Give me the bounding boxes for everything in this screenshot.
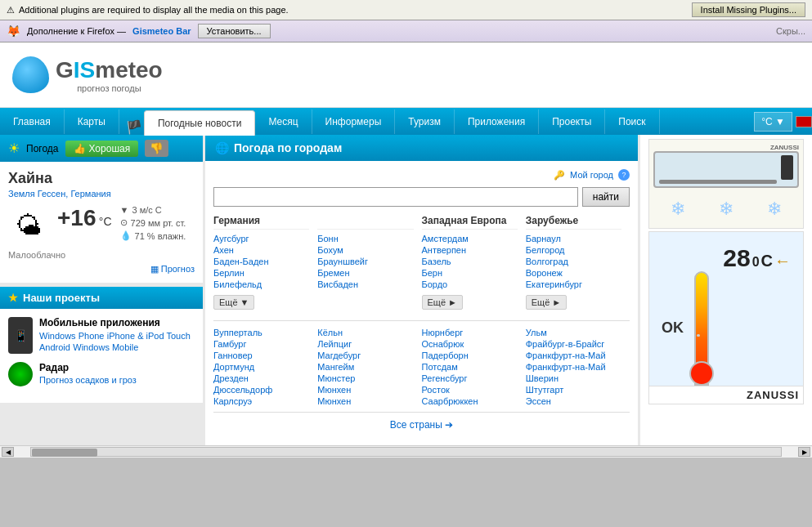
west-europe-more[interactable]: Ещё ► [422,295,463,310]
city-region[interactable]: Земля Гессен, Германия [8,189,195,199]
iphone-link[interactable]: iPhone & iPod Touch [107,331,191,341]
city-essen[interactable]: Эссен [526,396,621,406]
good-mood-button[interactable]: 👍 Хорошая [65,141,139,157]
city-ekaterinburg[interactable]: Екатеринбург [526,279,621,289]
city-achen[interactable]: Ахен [213,245,309,255]
city-magdeburg[interactable]: Магдебург [317,351,413,360]
nav-news[interactable]: Погодные новости [144,110,256,136]
nav-maps[interactable]: Карты [65,109,119,134]
city-rostock[interactable]: Росток [422,385,518,395]
city-bonn[interactable]: Бонн [317,234,413,243]
search-button[interactable]: найти [582,187,630,207]
forecast-link[interactable]: ▦ Прогноз [8,264,195,275]
plugin-bar: ⚠ Additional plugins are required to dis… [0,0,812,20]
mobile-icon: 📱 [8,317,33,354]
city-volgograd[interactable]: Волгоград [526,257,621,266]
city-dresden[interactable]: Дрезден [213,373,309,383]
city-stuttgart[interactable]: Штутгарт [526,385,621,395]
scroll-thumb[interactable] [32,449,97,457]
city-saarbrucken[interactable]: Саарбрюккен [422,396,518,406]
city-bielefeld[interactable]: Билефельд [213,279,309,289]
city-dortmund[interactable]: Дортмунд [213,362,309,372]
city-wuppertal[interactable]: Вупперталь [213,328,309,337]
city-frankfurt2[interactable]: Франкфурт-на-Май [526,362,621,372]
radar-subtitle: Прогноз осадков и гроз [39,375,137,385]
install-plugins-button[interactable]: Install Missing Plugins... [692,2,805,17]
scroll-left-btn[interactable]: ◀ [2,447,14,457]
city-bern[interactable]: Берн [422,268,518,278]
city-voronezh[interactable]: Воронеж [526,268,621,278]
scroll-right-btn[interactable]: ▶ [798,447,810,457]
arrow-icon-ad: ← [774,252,791,270]
city-mannheim[interactable]: Мангейм [317,362,413,372]
abroad-header: Зарубежье [526,215,621,230]
projects-title: Наши проекты [23,292,100,304]
weather-icon: 🌤 [8,205,49,246]
city-frankfurt1[interactable]: Франкфурт-на-Май [526,351,621,360]
city-amsterdam[interactable]: Амстердам [422,234,518,243]
windows-phone-link[interactable]: Windows Phone [39,331,105,341]
city-ulm[interactable]: Ульм [526,328,621,337]
my-city-link[interactable]: Мой город [570,170,613,180]
language-flag[interactable] [796,116,812,127]
city-basel[interactable]: Базель [422,257,518,266]
weather-details: ▼ 3 м/с С ⊙ 729 мм рт. ст. 💧 71 % влажн. [120,205,186,243]
city-name: Хайна [8,170,195,187]
city-leipzig[interactable]: Лейпциг [317,339,413,349]
city-osnabruck[interactable]: Оснабрюк [422,339,518,349]
nav-projects[interactable]: Проекты [539,109,605,134]
site-header: GISmeteo прогноз погоды [0,42,812,108]
city-nuremberg[interactable]: Нюрнберг [422,328,518,337]
city-cologne[interactable]: Кёльн [317,328,413,337]
germany-more[interactable]: Ещё ▼ [213,295,254,310]
city-bordeaux[interactable]: Бордо [422,279,518,289]
android-link[interactable]: Android [39,342,70,352]
city-hannover[interactable]: Ганновер [213,351,309,360]
nav-home[interactable]: Главная [0,109,65,134]
city-bremen[interactable]: Бремен [317,268,413,278]
ext-hide-label[interactable]: Скры... [776,26,805,36]
city-augsburg[interactable]: Аугсбург [213,234,309,243]
wind-arrow-icon: ▼ [120,205,129,215]
city-schwerin[interactable]: Шверин [526,373,621,383]
cities-grid-top: Германия Аугсбург Ахен Баден-Баден Берли… [213,215,630,314]
city-belgorod[interactable]: Белгород [526,245,621,255]
city-braunschweig[interactable]: Брауншвейг [317,257,413,266]
city-berlin[interactable]: Берлин [213,268,309,278]
mobile-apps-links: Мобильные приложения Windows Phone iPhon… [39,317,195,353]
abroad-col: Зарубежье Барнаул Белгород Волгоград Вор… [526,215,630,314]
city-paderborn[interactable]: Падерборн [422,351,518,360]
nav-tourism[interactable]: Туризм [395,109,455,134]
city-wiesbaden[interactable]: Висбаден [317,279,413,289]
bad-mood-button[interactable]: 👎 [145,140,168,157]
city-munchen1[interactable]: Мюнхен [317,385,413,395]
city-karlsruhe[interactable]: Карлсруэ [213,396,309,406]
city-badenbaden[interactable]: Баден-Баден [213,257,309,266]
windows-mobile-link[interactable]: Windows Mobile [73,342,138,352]
nav-search[interactable]: Поиск [605,109,659,134]
city-antwerp[interactable]: Антверпен [422,245,518,255]
nav-apps[interactable]: Приложения [455,109,539,134]
city-dusseldorf[interactable]: Дюссельдорф [213,385,309,395]
city-hamburg[interactable]: Гамбург [213,339,309,349]
nav-informers[interactable]: Информеры [312,109,396,134]
horizontal-scrollbar[interactable] [30,447,782,457]
city-freiburg[interactable]: Фрайбург-в-Брайсг [526,339,621,349]
city-munchen2[interactable]: Мюнхен [317,396,413,406]
nav-month[interactable]: Месяц [255,109,312,134]
logo-area: GISmeteo прогноз погоды [56,57,163,93]
all-countries-link[interactable]: Все страны ➔ [213,412,630,437]
city-munster[interactable]: Мюнстер [317,373,413,383]
city-barnaul[interactable]: Барнаул [526,234,621,243]
ext-bar-link[interactable]: Gismeteo Bar [132,26,191,36]
city-search-input[interactable] [213,187,578,207]
ext-install-button[interactable]: Установить... [198,24,271,38]
city-potsdam[interactable]: Потсдам [422,362,518,372]
city-bochum[interactable]: Бохум [317,245,413,255]
city-regensburg[interactable]: Регенсбург [422,373,518,383]
germany-col: Германия Аугсбург Ахен Баден-Баден Берли… [213,215,317,314]
my-city-info-icon[interactable]: ? [618,169,630,181]
temp-unit-selector[interactable]: °С ▼ [754,112,792,132]
abroad-more[interactable]: Ещё ► [526,295,567,310]
cities-b-col3: Нюрнберг Оснабрюк Падерборн Потсдам Реге… [422,328,526,408]
